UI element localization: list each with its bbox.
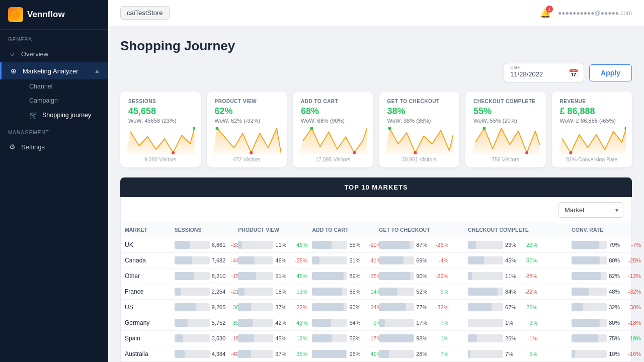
pct-val: 10%	[609, 351, 623, 357]
bar-fill	[238, 303, 251, 311]
bar-bg	[572, 303, 607, 311]
change-val: -22%	[521, 289, 537, 295]
kpi-label: CHECKOUT COMPLETE	[473, 99, 538, 104]
table-cell: 21% -41%	[308, 253, 375, 268]
bar-fill	[572, 272, 600, 280]
sessions-cell: 3,530 -19%	[171, 331, 234, 346]
notification-icon[interactable]: 🔔 1	[540, 8, 551, 19]
kpi-value: 45,658	[128, 106, 193, 117]
pct-val: 56%	[349, 335, 363, 341]
sidebar-channel-label: Channel	[29, 83, 53, 90]
table-cell: 98% 1%	[375, 331, 464, 346]
change-val: 9%	[432, 289, 448, 295]
sidebar-item-overview[interactable]: ○ Overview	[0, 45, 108, 62]
bar-bg	[312, 256, 347, 264]
table-cell: 89% -35%	[308, 268, 375, 284]
store-badge[interactable]: caiTestStore	[120, 6, 170, 20]
kpi-value: 55%	[473, 106, 538, 117]
pct-val: 90%	[349, 304, 363, 310]
sessions-bar	[175, 350, 185, 358]
settings-icon: ⚙	[8, 143, 16, 151]
kpi-row: SESSIONS 45,658 WoW: 45658 (23%)	[120, 92, 632, 167]
table-row: Germany 5,752 39% 42% 43%	[121, 315, 632, 331]
bar-fill	[468, 319, 468, 327]
bar-fill	[572, 319, 600, 327]
apply-button[interactable]: Apply	[589, 64, 632, 81]
pct-val: 21%	[349, 257, 363, 263]
market-name: US	[125, 304, 133, 311]
change-val: -16%	[625, 351, 641, 357]
bar-fill	[238, 256, 254, 264]
sessions-cell: 5,752 39%	[171, 315, 234, 331]
pct-val: 77%	[416, 304, 430, 310]
pct-val: 32%	[609, 304, 623, 310]
change-val: -7%	[625, 242, 641, 248]
change-val: -22%	[432, 273, 448, 279]
sidebar-sub-menu: Channel Campaign 🛒 Shopping journey	[0, 79, 108, 123]
user-email: ●●●●●●●●●●@●●●●●.com	[558, 10, 632, 17]
bar-bg	[238, 319, 273, 327]
date-input-wrap[interactable]: Date 11/28/2022 📅	[504, 63, 584, 82]
change-val: -22%	[291, 304, 307, 310]
bar-fill	[312, 241, 332, 249]
bar-fill	[238, 288, 245, 296]
pct-val: 89%	[349, 273, 363, 279]
change-val: 1%	[432, 335, 448, 341]
table-cell: 56% -17%	[308, 331, 375, 346]
table-cell: 10% -16%	[568, 346, 631, 362]
sparkline-svg	[213, 127, 281, 154]
bar-fill	[312, 272, 343, 280]
pct-val: 48%	[609, 289, 623, 295]
bar-bg	[468, 288, 503, 296]
bar-bg	[238, 303, 273, 311]
sidebar-item-settings[interactable]: ⚙ Settings	[0, 138, 108, 155]
pct-val: 90%	[416, 273, 430, 279]
col-sessions: SESSIONS	[171, 223, 234, 237]
table-cell: 48% -32%	[568, 284, 631, 300]
sessions-bar-bg	[175, 272, 210, 280]
kpi-wow: WoW: £ 86,888 (-65%)	[560, 118, 624, 124]
sidebar-item-marketing-label: Marketing Analyzer	[23, 67, 78, 75]
bar-bg	[379, 350, 414, 358]
svg-marker-3	[385, 128, 454, 154]
bar-fill	[238, 319, 253, 327]
topbar: caiTestStore 🔔 1 ●●●●●●●●●●@●●●●●.com	[108, 0, 644, 26]
sidebar-item-campaign[interactable]: Campaign	[21, 94, 108, 108]
pct-val: 37%	[275, 351, 289, 357]
table-cell: 96% 49%	[308, 346, 375, 362]
market-dropdown[interactable]: Market	[558, 202, 623, 218]
kpi-value: 68%	[301, 106, 365, 117]
sessions-bar	[175, 256, 192, 264]
change-val: -28%	[521, 273, 537, 279]
sparkline-svg	[471, 127, 540, 154]
bar-fill	[468, 241, 476, 249]
bar-fill	[238, 350, 251, 358]
bar-bg	[572, 288, 607, 296]
sessions-bar	[175, 288, 181, 296]
sessions-bar-bg	[175, 319, 210, 327]
kpi-label: REVENUE	[560, 99, 624, 104]
sessions-cell: 7,682 -44%	[171, 253, 234, 268]
pct-val: 7%	[505, 351, 519, 357]
pct-val: 75%	[609, 335, 623, 341]
market-name-cell: Australia	[121, 346, 171, 362]
bar-fill	[468, 256, 484, 264]
sidebar-item-channel[interactable]: Channel	[21, 79, 108, 94]
pct-val: 96%	[349, 351, 363, 357]
sidebar-item-shopping-journey[interactable]: 🛒 Shopping journey	[21, 108, 108, 123]
sessions-bar	[175, 303, 196, 311]
sidebar-item-marketing-analyzer[interactable]: ⊕ Marketing Analyzer ▲	[0, 62, 108, 79]
table-cell: 90% -22%	[375, 268, 464, 284]
bar-fill	[572, 256, 600, 264]
market-name-cell: Spain	[121, 331, 171, 346]
kpi-card: ADD TO CART 68% WoW: 68% (90%)	[293, 92, 373, 167]
shopping-icon: 🛒	[29, 111, 37, 119]
change-val: 5%	[521, 351, 537, 357]
table-cell: 37% 35%	[234, 346, 308, 362]
pct-val: 82%	[609, 273, 623, 279]
bar-bg	[312, 241, 347, 249]
kpi-chart	[471, 127, 540, 154]
pct-val: 26%	[505, 335, 519, 341]
sessions-val: 6,861	[212, 242, 226, 248]
kpi-wow: WoW: 68% (90%)	[301, 118, 365, 124]
